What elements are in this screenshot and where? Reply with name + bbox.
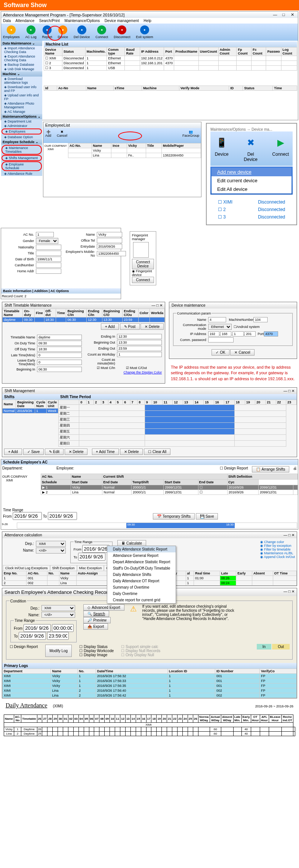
connect-button[interactable]: Connect (132, 277, 154, 283)
ip4[interactable] (244, 331, 256, 337)
tt-name[interactable] (37, 335, 82, 340)
sr-work[interactable]: Display Workcode (84, 649, 114, 653)
tt-ein[interactable] (117, 334, 162, 339)
stt-delete[interactable]: ✕ Delete (141, 323, 164, 330)
log-row[interactable]: XIMIVicky12016/9/26 17:56:321001FP (3, 674, 297, 679)
modify-button[interactable]: Modify Log (45, 645, 72, 657)
sidebar-item[interactable]: ◈ Backup Database (1, 62, 42, 67)
from-date[interactable] (13, 512, 42, 520)
sm-clear[interactable]: ☐ Clear All (144, 449, 170, 455)
sidebar-item[interactable]: ◈ Export Attendance Checking Data (1, 54, 42, 62)
toolbar-connect[interactable]: ●Connect (96, 25, 108, 39)
ip1[interactable] (208, 331, 219, 337)
machine-row[interactable]: ☐ 3Disconnected1USB (44, 66, 297, 71)
sidebar-item[interactable]: ◈ Employees (1, 128, 42, 134)
dm-mode[interactable]: Ethernet (208, 324, 232, 330)
report-menu-item[interactable]: Daily Overtime (107, 590, 176, 597)
sm-close[interactable]: — □ ✕ (283, 389, 295, 393)
edit-device-item[interactable]: Edit current device (212, 176, 292, 185)
report-menu-item[interactable]: Daily Attendance Shifts (107, 571, 176, 578)
log-row[interactable]: XIMIVicky12016/9/26 17:56:351001FP (3, 683, 297, 688)
sac-row[interactable]: ▶ 2LinaNormal2000/1/12999/12/31☐2016/9/2… (41, 490, 298, 495)
dm-pass[interactable] (208, 337, 234, 342)
export-button[interactable]: 📤 Export (83, 623, 108, 630)
card-input[interactable] (36, 263, 61, 268)
nat-input[interactable] (36, 245, 61, 250)
side-link[interactable]: ◉ Maintenance AL/BL (260, 551, 295, 555)
sidebar-item[interactable]: ◈ Attendance Photo Management (1, 101, 42, 109)
add-button[interactable]: ➕Add (45, 130, 51, 141)
edit-all-item[interactable]: Edit All device (212, 185, 292, 193)
calc-tab[interactable]: Misc Exception (77, 565, 104, 571)
save-button[interactable]: 💾 Save (196, 513, 218, 520)
toolbar-report[interactable]: ●Report (42, 25, 52, 39)
entry-input[interactable] (97, 244, 122, 249)
minimize-button[interactable]: — (271, 12, 279, 17)
side-link[interactable]: ◉ Filter by exception (260, 544, 295, 548)
name-input[interactable] (97, 232, 122, 237)
machine-row[interactable]: ☐ XIMIDisconnected1Ethernet192.168.0.212… (44, 56, 297, 61)
sidebar-item[interactable]: ◈ Download attendance logs (1, 77, 42, 85)
dept-tree[interactable]: OUR COMPANY XIMI (1, 474, 41, 495)
sm-addtime[interactable]: + Add Time (92, 449, 119, 455)
calc-name[interactable]: <All> (36, 548, 66, 554)
company-tree[interactable]: OUR COMPANY XIMI (43, 143, 68, 158)
company-node[interactable]: OUR COMPANY (44, 144, 67, 148)
sidebar-item[interactable]: ◈ Shifts Management (1, 155, 42, 161)
log-row[interactable]: XIMILina22016/9/26 17:56:401002FP (3, 688, 297, 693)
sr-from-t[interactable] (52, 624, 74, 632)
sidebar-item[interactable]: ◈ Employee Schedule (1, 161, 42, 171)
toolbar-del-device[interactable]: ●Del Device (74, 25, 90, 39)
sr-simple[interactable]: Support simple calc (126, 645, 158, 649)
mobile-input[interactable] (97, 251, 126, 256)
emp-row[interactable]: Vicky (68, 148, 201, 153)
tt-bin[interactable] (37, 367, 82, 372)
search-button[interactable]: 🔍 Search (83, 611, 109, 617)
zoom-device-row[interactable]: ☐ XIMIDisconnected (210, 198, 293, 206)
stt-row[interactable]: daytime09:3018:3006:3012:3013:3023:59 (3, 317, 165, 322)
sr-status[interactable]: Display Status (84, 645, 108, 649)
report-menu-item[interactable]: Daily Attendance Statistic Report (107, 546, 176, 552)
sr-dep[interactable]: XIMI (41, 605, 75, 611)
stt-add[interactable]: + Add (101, 323, 119, 330)
toolbar-disconnect[interactable]: ●Disconnect (114, 25, 130, 39)
dm-mno[interactable] (253, 317, 268, 322)
addr-input[interactable] (36, 269, 61, 274)
calc-close[interactable]: — □ ✕ (283, 533, 295, 537)
sr-from-d[interactable] (24, 624, 51, 632)
report-menu-item[interactable]: Summary of Overtime (107, 584, 176, 590)
toolbar-device[interactable]: ●Device (58, 25, 68, 39)
sm-row[interactable]: Normal2016/9/261Week (3, 408, 58, 413)
connect-device-button[interactable]: Connect Device (132, 259, 154, 269)
zoom-device-row[interactable]: ☐ 2Disconnected (210, 206, 293, 213)
preview-button[interactable]: 🔎 Preview (83, 617, 111, 623)
sm-deltime[interactable]: ✕ Delete (120, 449, 143, 455)
report-menu-item[interactable]: Depart Attendance Statistic Report (107, 559, 176, 565)
zoom-device-row[interactable]: ☐ 3Disconnected (210, 213, 293, 221)
sr-img[interactable]: Display Image (84, 653, 107, 657)
log-row[interactable]: XIMILina22016/9/26 17:56:421002FP (3, 693, 297, 698)
close-button[interactable]: ✕ (289, 12, 296, 17)
sidebar-item[interactable]: ◈ Download user info and FP (1, 85, 42, 93)
fp-device-radio[interactable]: ◉ Fingerprint device (132, 269, 152, 277)
toolbar-exit-system[interactable]: ●Exit system (136, 25, 153, 39)
side-link[interactable]: ◉ Change color (260, 540, 295, 544)
report-menu-item[interactable]: Daily Attendance OT Report (107, 578, 176, 584)
sr-null[interactable]: Display Null Records (126, 649, 160, 653)
sidebar-item[interactable]: ◈ Department List (1, 119, 42, 124)
cancel-button[interactable]: ✖Cancel (57, 130, 67, 141)
tt-eout[interactable] (117, 346, 162, 351)
arrange-button[interactable]: 📋 Arrange Shifts (252, 466, 289, 472)
tt-on[interactable] (37, 341, 82, 346)
office-input[interactable] (97, 238, 122, 243)
dm-cancel[interactable]: ✕ Cancel (230, 349, 254, 356)
tt-late[interactable] (37, 353, 82, 358)
report-menu-item[interactable]: Create report for current grid (107, 597, 176, 603)
menu-search[interactable]: Search/Print (39, 19, 60, 23)
dept-node[interactable]: XIMI (44, 148, 67, 151)
side-link[interactable]: ◉ Append Clock In/Out (260, 555, 295, 559)
menu-device[interactable]: Device management (105, 19, 139, 23)
report-menu-item[interactable]: Staff's On-Duty/Off-Duty Timetable (107, 565, 176, 571)
android-check[interactable]: Android system (237, 325, 260, 329)
adv-export-button[interactable]: ◇ Advanced Export (83, 604, 124, 611)
